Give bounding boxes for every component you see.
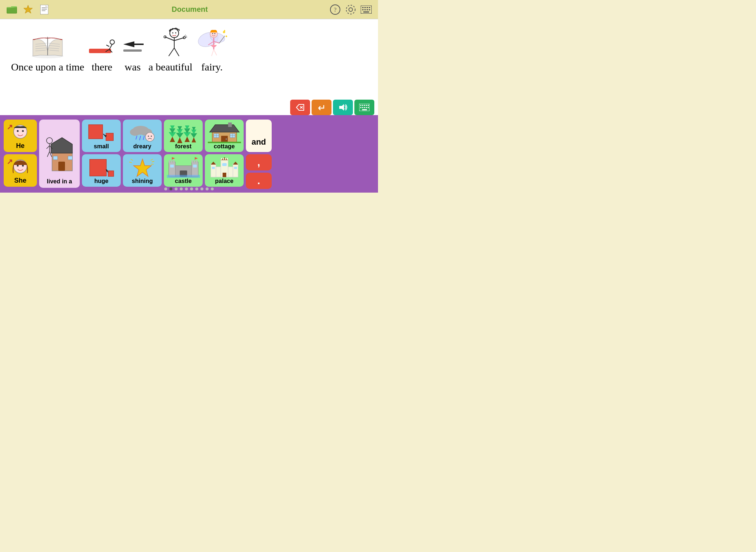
toolbar: Document ? [0,0,378,19]
palace-button[interactable]: palace [205,154,244,187]
word-was[interactable]: was [120,27,145,75]
folder-icon[interactable] [6,4,18,15]
speaker-button[interactable] [333,100,353,115]
shining-button[interactable]: shining [123,154,162,187]
extras-column: and , . [246,120,272,189]
word-beautiful[interactable]: a beautiful [148,27,192,75]
svg-rect-80 [362,109,367,110]
svg-rect-98 [89,125,103,139]
dot-6[interactable] [195,187,198,190]
small-image [87,123,116,143]
svg-line-119 [131,159,133,161]
dot-2[interactable] [175,187,178,190]
pagination [0,187,378,190]
she-label: She [14,177,26,184]
equals-image [120,27,145,60]
svg-rect-19 [369,9,370,10]
lower-section: ↗ He ↗ [0,115,378,276]
svg-marker-155 [210,125,239,132]
dot-4[interactable] [185,187,188,190]
dot-0[interactable] [164,187,167,190]
svg-rect-15 [369,7,370,8]
svg-rect-78 [366,107,367,108]
svg-point-92 [47,138,52,144]
symbol-grid: ↗ He ↗ [4,118,374,189]
word-there[interactable]: there [87,27,117,75]
word-there-text: there [92,61,112,75]
svg-rect-170 [233,164,238,177]
dot-8[interactable] [206,187,209,190]
help-icon[interactable]: ? [329,4,341,15]
svg-line-94 [47,146,49,149]
svg-line-109 [136,136,137,139]
svg-marker-129 [185,137,190,142]
svg-rect-138 [169,162,175,177]
svg-rect-180 [222,163,227,166]
svg-point-86 [22,165,24,167]
svg-rect-14 [367,7,368,8]
he-button[interactable]: ↗ He [4,120,37,152]
svg-line-47 [184,35,186,37]
period-button[interactable]: . [246,173,272,189]
lived-in-a-button[interactable]: lived in a [39,120,80,188]
svg-point-57 [214,33,216,34]
comma-button[interactable]: , [246,154,272,170]
word-was-text: was [125,61,141,75]
comma-label: , [257,156,260,168]
dot-5[interactable] [190,187,193,190]
toolbar-left [6,4,50,15]
toolbar-title: Document [50,5,329,14]
svg-rect-71 [362,105,363,106]
palace-image [208,156,241,178]
svg-rect-176 [227,158,228,160]
svg-text:✦: ✦ [223,29,226,32]
cottage-button[interactable]: cottage [205,120,244,152]
period-label: . [257,175,260,187]
keyboard-toggle-button[interactable] [354,100,374,115]
svg-line-116 [151,159,153,161]
svg-point-107 [130,128,140,136]
small-button[interactable]: small [82,120,121,152]
forest-button[interactable]: forest [164,120,203,152]
svg-line-44 [174,38,184,41]
svg-point-10 [346,5,355,14]
backspace-button[interactable] [290,100,310,115]
huge-button[interactable]: huge [82,154,121,187]
document-icon[interactable] [38,4,50,15]
dot-7[interactable] [200,187,203,190]
castle-button[interactable]: castle [164,154,203,187]
and-button[interactable]: and [246,120,272,152]
svg-point-114 [151,136,152,137]
svg-rect-70 [360,105,361,106]
dreary-button[interactable]: dreary [123,120,162,152]
svg-marker-125 [177,137,182,143]
svg-rect-174 [223,158,224,160]
word-fairy[interactable]: ✦ ✦ ✦ fairy. [195,27,228,75]
dot-3[interactable] [180,187,183,190]
svg-rect-20 [363,11,369,13]
dot-1[interactable] [169,187,172,190]
enter-button[interactable] [312,100,331,115]
svg-rect-153 [167,175,200,178]
she-button[interactable]: ↗ She [4,154,37,187]
dot-9[interactable] [211,187,214,190]
svg-line-65 [214,49,217,55]
svg-rect-143 [192,160,193,163]
svg-rect-18 [367,9,368,10]
svg-rect-139 [192,162,198,177]
svg-rect-144 [194,160,195,163]
word-once[interactable]: Once upon a time [11,27,84,75]
he-label: He [16,142,24,150]
star-icon[interactable] [22,4,34,15]
settings-icon[interactable] [345,4,357,15]
svg-marker-172 [233,162,238,165]
svg-rect-141 [171,160,172,163]
subject-column: ↗ He ↗ [4,120,37,189]
keyboard-icon[interactable] [360,4,372,15]
svg-line-48 [185,36,187,37]
svg-point-82 [17,130,19,132]
fairy-image: ✦ ✦ ✦ [195,27,228,60]
shining-image [128,158,157,178]
word-fairy-text: fairy. [201,61,223,75]
svg-rect-76 [362,107,363,108]
